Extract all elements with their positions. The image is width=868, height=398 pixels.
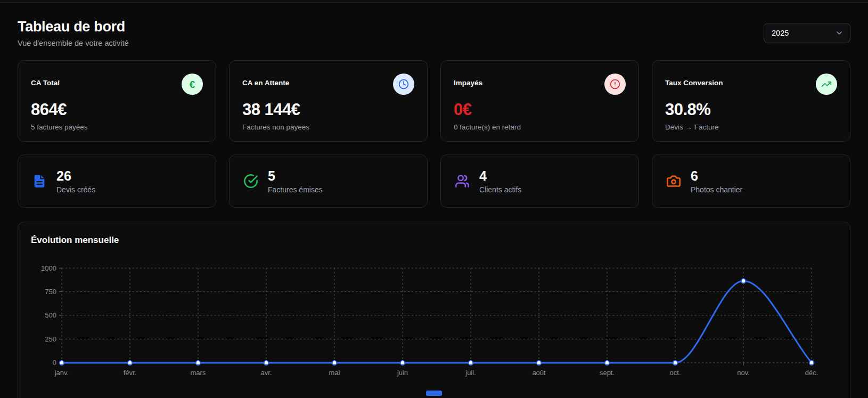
stat-sub: Factures non payées xyxy=(242,123,414,131)
counter-label: Devis créés xyxy=(56,185,95,194)
stat-card-ca-total: CA Total € 864€ 5 factures payées xyxy=(18,60,216,142)
svg-text:oct.: oct. xyxy=(670,369,681,377)
page-subtitle: Vue d'ensemble de votre activité xyxy=(18,39,129,47)
stat-label: CA Total xyxy=(31,74,60,87)
svg-text:juil.: juil. xyxy=(465,369,476,377)
stats-row: CA Total € 864€ 5 factures payées CA en … xyxy=(18,60,850,142)
trending-up-icon xyxy=(816,74,837,95)
svg-text:févr.: févr. xyxy=(124,369,137,377)
svg-text:avr.: avr. xyxy=(261,369,272,377)
stat-sub: Devis → Facture xyxy=(665,123,837,131)
svg-text:1000: 1000 xyxy=(41,264,56,272)
svg-text:sept.: sept. xyxy=(600,369,615,377)
year-select[interactable]: 2025 xyxy=(764,23,850,43)
counter-card-clients: 4 Clients actifs xyxy=(440,155,639,208)
counter-value: 6 xyxy=(691,168,742,184)
stat-value: 864€ xyxy=(31,100,203,119)
users-icon xyxy=(455,174,470,189)
file-text-icon xyxy=(32,174,47,189)
stat-value: 38 144€ xyxy=(242,100,414,119)
page-title: Tableau de bord xyxy=(18,19,129,35)
svg-text:déc.: déc. xyxy=(805,369,818,377)
alert-circle-icon xyxy=(604,74,626,95)
svg-text:janv.: janv. xyxy=(54,369,69,377)
counter-card-photos: 6 Photos chantier xyxy=(652,155,850,208)
svg-text:250: 250 xyxy=(45,335,56,343)
year-select-value: 2025 xyxy=(772,29,789,37)
monthly-evolution-chart[interactable]: 02505007501000janv.févr.marsavr.maijuinj… xyxy=(31,254,837,396)
svg-text:500: 500 xyxy=(45,311,56,319)
camera-icon xyxy=(666,174,681,189)
stat-sub: 0 facture(s) en retard xyxy=(454,123,626,131)
svg-text:mars: mars xyxy=(191,369,206,377)
monthly-evolution-card: Évolution mensuelle 02505007501000janv.f… xyxy=(18,222,850,398)
stat-card-taux-conversion: Taux Conversion 30.8% Devis → Facture xyxy=(652,60,850,142)
svg-text:750: 750 xyxy=(45,288,56,296)
stat-value: 30.8% xyxy=(665,100,837,119)
svg-text:0: 0 xyxy=(53,359,56,367)
stat-label: Taux Conversion xyxy=(665,74,723,87)
chart-title: Évolution mensuelle xyxy=(31,235,837,246)
counter-value: 26 xyxy=(56,168,95,184)
svg-text:juin: juin xyxy=(397,369,408,377)
stat-card-impayes: Impayés 0€ 0 facture(s) en retard xyxy=(440,60,639,142)
clock-icon xyxy=(393,74,414,95)
counter-label: Factures émises xyxy=(268,185,323,194)
counter-value: 4 xyxy=(479,168,521,184)
stat-label: Impayés xyxy=(454,74,482,87)
line-chart-canvas[interactable]: 02505007501000janv.févr.marsavr.maijuinj… xyxy=(31,254,837,378)
stat-label: CA en Attente xyxy=(242,74,289,87)
stat-card-ca-attente: CA en Attente 38 144€ Factures non payée… xyxy=(229,60,428,142)
counter-card-devis: 26 Devis créés xyxy=(18,155,216,208)
counter-value: 5 xyxy=(268,168,323,184)
counter-label: Clients actifs xyxy=(479,185,521,194)
svg-text:mai: mai xyxy=(329,369,340,377)
counters-row: 26 Devis créés 5 Factures émises 4 Clien… xyxy=(18,155,850,208)
counter-label: Photos chantier xyxy=(691,185,742,194)
legend-swatch xyxy=(426,391,442,396)
svg-text:août: août xyxy=(532,369,546,377)
stat-sub: 5 factures payées xyxy=(31,123,203,131)
svg-text:nov.: nov. xyxy=(737,369,750,377)
counter-card-factures: 5 Factures émises xyxy=(229,155,428,208)
euro-icon: € xyxy=(182,74,203,95)
check-circle-icon xyxy=(243,174,258,189)
page-heading: Tableau de bord Vue d'ensemble de votre … xyxy=(18,19,129,47)
chevron-down-icon xyxy=(835,29,844,37)
stat-value: 0€ xyxy=(454,100,626,119)
page-header: Tableau de bord Vue d'ensemble de votre … xyxy=(0,3,868,60)
